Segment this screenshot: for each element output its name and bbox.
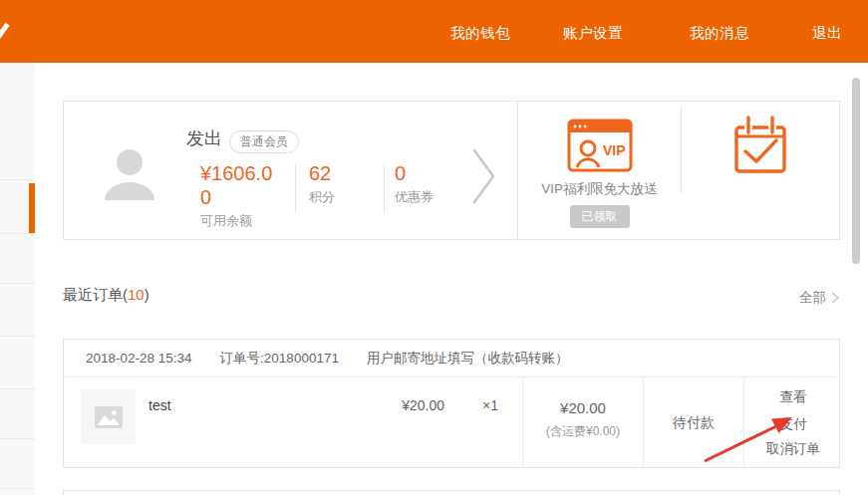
stat-divider [384, 163, 385, 213]
shipping-note: (含运费¥0.00) [523, 423, 643, 440]
vip-promo-icon[interactable]: VIP [518, 118, 681, 175]
sidebar-active-indicator [29, 183, 35, 233]
chevron-right-small-icon[interactable] [830, 291, 840, 305]
vip-icon-text: VIP [603, 142, 626, 158]
recent-orders-title-suffix: ) [145, 286, 149, 303]
recent-orders-count: 10 [128, 286, 145, 303]
coupons-stat[interactable]: 0 优惠券 [395, 161, 434, 206]
vip-promo-panel: VIP VIP福利限免大放送 已领取 [518, 102, 681, 239]
signin-panel [682, 102, 839, 239]
next-order-card-partial [63, 490, 840, 495]
chevron-right-icon[interactable] [471, 147, 497, 205]
order-number: 订单号:2018000171 [220, 351, 339, 366]
stat-divider [295, 163, 296, 213]
nav-logout[interactable]: 退出 [812, 24, 842, 43]
item-name[interactable]: test [148, 397, 171, 413]
sidebar-divider [0, 336, 35, 337]
sidebar-divider [0, 488, 35, 489]
logo-fragment-icon [0, 23, 10, 45]
scrollbar-thumb[interactable] [852, 78, 860, 264]
order-header: 2018-02-28 15:34订单号:2018000171用户邮寄地址填写（收… [64, 340, 839, 377]
order-time: 2018-02-28 15:34 [86, 351, 192, 366]
balance-label: 可用余额 [200, 212, 276, 230]
balance-stat[interactable]: ¥1606.00 可用余额 [200, 161, 276, 230]
order-note: 用户邮寄地址填写（收款码转账） [367, 351, 569, 366]
item-unit-price: ¥20.00 [373, 397, 444, 413]
item-thumbnail[interactable] [81, 389, 136, 444]
coupons-label: 优惠券 [395, 188, 434, 206]
sidebar-divider [0, 233, 35, 234]
coupons-value: 0 [395, 161, 434, 185]
sidebar-divider [0, 283, 35, 284]
cell-divider [522, 377, 523, 467]
action-view-link[interactable]: 查看 [744, 388, 842, 406]
nav-account-settings[interactable]: 账户设置 [563, 24, 623, 43]
points-stat[interactable]: 62 积分 [309, 161, 335, 206]
order-card: 2018-02-28 15:34订单号:2018000171用户邮寄地址填写（收… [63, 339, 840, 468]
recent-orders-title-prefix: 最近订单( [63, 286, 128, 303]
nav-my-messages[interactable]: 我的消息 [690, 24, 749, 43]
top-header: 我的钱包 账户设置 我的消息 退出 [0, 0, 868, 63]
username: 发出 [186, 126, 222, 150]
user-summary-card: 发出 普通会员 ¥1606.00 可用余额 62 积分 0 优惠券 [63, 101, 840, 240]
sidebar[interactable] [0, 63, 35, 495]
points-value: 62 [309, 161, 335, 185]
nav-my-wallet[interactable]: 我的钱包 [450, 24, 510, 43]
calendar-check-icon[interactable] [682, 114, 839, 181]
sidebar-divider [0, 179, 35, 180]
image-placeholder-icon [95, 406, 123, 428]
order-total: ¥20.00 [523, 399, 643, 416]
action-pay-link[interactable]: 支付 [744, 415, 842, 433]
member-level-badge: 普通会员 [229, 130, 299, 153]
vip-promo-title: VIP福利限免大放送 [518, 180, 681, 198]
page: 我的钱包 账户设置 我的消息 退出 发出 普通会员 ¥1606.00 可用余额 … [0, 0, 868, 495]
points-label: 积分 [309, 188, 335, 206]
balance-value: ¥1606.00 [200, 161, 276, 209]
sidebar-divider [0, 388, 35, 389]
avatar[interactable] [101, 142, 158, 200]
vip-claimed-badge[interactable]: 已领取 [570, 205, 630, 228]
order-status: 待付款 [644, 414, 743, 432]
all-orders-link[interactable]: 全部 [799, 289, 826, 307]
action-cancel-order-link[interactable]: 取消订单 [744, 440, 842, 458]
item-quantity: ×1 [482, 397, 498, 413]
recent-orders-title: 最近订单(10) [63, 286, 149, 305]
sidebar-divider [0, 438, 35, 439]
